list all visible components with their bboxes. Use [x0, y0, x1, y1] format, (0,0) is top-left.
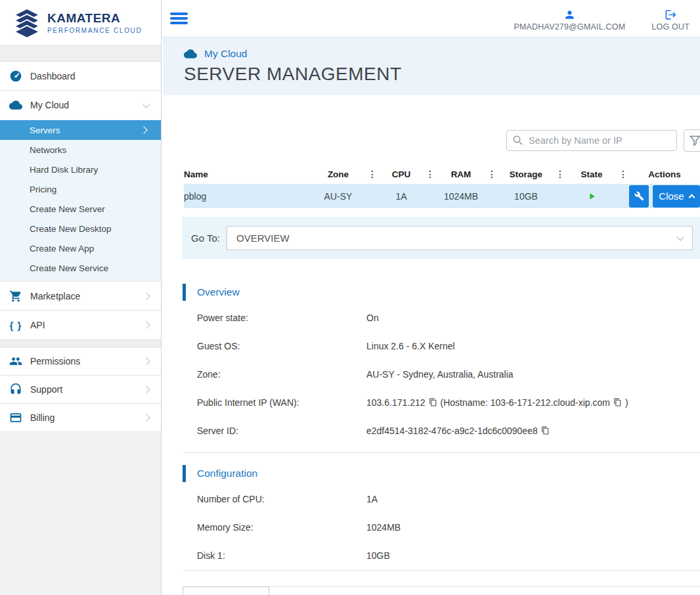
server-cpu: 1A	[377, 191, 426, 202]
menu-hamburger-icon[interactable]	[170, 12, 188, 24]
sidebar-item-billing[interactable]: Billing	[0, 404, 161, 432]
hostname-value: (Hostname: 103-6-171-212.cloud-xip.com	[441, 397, 610, 408]
close-details-button[interactable]: Close	[653, 185, 700, 208]
headset-icon	[8, 383, 24, 396]
goto-label: Go To:	[191, 232, 227, 244]
column-header-ram: RAM	[435, 169, 487, 179]
overview-row: Guest OS: Linux 2.6 - 6.X Kernel	[183, 332, 700, 360]
sidebar-item-label: My Cloud	[30, 100, 144, 110]
zone-value: AU-SY - Sydney, Australia, Australia	[366, 369, 514, 380]
storage-column-menu-icon[interactable]: ⋮	[556, 169, 565, 179]
submenu-item-hard-disk-library[interactable]: Hard Disk Library	[0, 160, 161, 179]
sidebar-item-permissions[interactable]: Permissions	[0, 347, 161, 376]
copy-ip-icon[interactable]	[429, 398, 437, 407]
submenu-item-create-new-desktop[interactable]: Create New Desktop	[0, 219, 161, 238]
chevron-down-icon	[142, 100, 150, 108]
section-divider	[183, 570, 700, 571]
chevron-up-icon	[688, 194, 695, 200]
kamatera-logo[interactable]: KAMATERA PERFORMANCE CLOUD	[0, 0, 161, 46]
sidebar-divider-strip	[0, 46, 161, 62]
chevron-right-icon	[142, 292, 150, 299]
column-header-state: State	[565, 169, 619, 179]
cloud-icon	[184, 47, 197, 60]
breadcrumb[interactable]: My Cloud	[184, 47, 700, 60]
brand-subtitle: PERFORMANCE CLOUD	[47, 27, 142, 34]
public-ip-value: 103.6.171.212	[366, 397, 426, 408]
section-accent-bar	[183, 465, 186, 482]
page-header: My Cloud SERVER MANAGEMENT	[163, 37, 700, 95]
guest-os-value: Linux 2.6 - 6.X Kernel	[366, 341, 455, 351]
dashboard-gauge-icon	[8, 70, 24, 83]
goto-bar: Go To: OVERVIEW	[182, 217, 700, 259]
kamatera-logo-icon	[13, 8, 41, 38]
zone-column-menu-icon[interactable]: ⋮	[368, 169, 377, 179]
overview-section-title: Overview	[197, 286, 240, 298]
column-header-storage: Storage	[496, 169, 556, 179]
column-header-zone: Zone	[309, 169, 368, 179]
shopping-cart-icon	[8, 290, 24, 303]
configuration-row: Disk 1: 10GB	[183, 541, 700, 569]
chevron-right-icon	[142, 357, 150, 364]
sidebar: KAMATERA PERFORMANCE CLOUD Dashboard My …	[0, 0, 162, 595]
chevron-right-icon	[142, 321, 150, 328]
copy-hostname-icon[interactable]	[613, 398, 622, 407]
filter-button[interactable]	[684, 129, 700, 152]
state-column-menu-icon[interactable]: ⋮	[619, 169, 628, 179]
search-icon	[513, 135, 523, 145]
cpu-column-menu-icon[interactable]: ⋮	[426, 169, 435, 179]
user-email: PMADHAV279@GMAIL.COM	[514, 22, 625, 32]
user-account-button[interactable]: PMADHAV279@GMAIL.COM	[514, 5, 625, 32]
submenu-item-create-new-server[interactable]: Create New Server	[0, 199, 161, 219]
brand-title: KAMATERA	[47, 11, 142, 26]
ram-column-menu-icon[interactable]: ⋮	[487, 169, 496, 179]
overview-row: Zone: AU-SY - Sydney, Australia, Austral…	[183, 360, 700, 388]
submenu-item-networks[interactable]: Networks	[0, 140, 161, 160]
column-header-name: Name	[184, 169, 309, 179]
goto-select[interactable]: OVERVIEW	[227, 226, 693, 250]
curly-braces-icon: { }	[8, 320, 24, 331]
submenu-item-create-new-service[interactable]: Create New Service	[0, 258, 161, 278]
server-zone: AU-SY	[309, 191, 368, 202]
sidebar-item-marketplace[interactable]: Marketplace	[0, 282, 161, 311]
sidebar-item-label: Marketplace	[30, 291, 144, 301]
manage-server-button[interactable]	[629, 185, 649, 208]
sidebar-item-support[interactable]: Support	[0, 376, 161, 404]
memory-size-value: 1024MB	[366, 522, 401, 533]
configuration-section: Configuration Number of CPU: 1A Memory S…	[183, 465, 700, 569]
submenu-item-create-new-app[interactable]: Create New App	[0, 238, 161, 258]
server-table-row[interactable]: pblog AU-SY 1A 1024MB 10GB	[184, 184, 700, 208]
search-input[interactable]	[506, 130, 677, 151]
sidebar-item-label: API	[30, 320, 144, 330]
user-icon	[563, 9, 576, 21]
overview-row: Public Internet IP (WAN): 103.6.171.212 …	[183, 388, 700, 416]
column-header-actions: Actions	[629, 169, 700, 179]
section-divider	[183, 452, 700, 453]
column-header-cpu: CPU	[377, 169, 426, 179]
filter-funnel-icon	[689, 135, 700, 146]
sidebar-item-dashboard[interactable]: Dashboard	[0, 62, 161, 91]
sidebar-item-label: Support	[30, 384, 144, 395]
chevron-right-icon	[142, 414, 150, 421]
wrench-icon	[634, 191, 644, 201]
disk-1-value: 10GB	[366, 550, 390, 561]
server-name: pblog	[184, 191, 309, 202]
sidebar-item-my-cloud[interactable]: My Cloud	[0, 91, 161, 120]
section-accent-bar	[183, 284, 186, 301]
breadcrumb-label[interactable]: My Cloud	[204, 48, 247, 60]
chevron-right-icon	[140, 126, 147, 133]
sidebar-item-api[interactable]: { } API	[0, 311, 161, 340]
logout-button[interactable]: LOG OUT	[651, 5, 689, 32]
overview-row: Power state: On	[183, 303, 700, 332]
cpu-count-value: 1A	[366, 494, 378, 504]
chevron-right-icon	[142, 386, 150, 393]
copy-server-id-icon[interactable]	[541, 426, 550, 435]
server-ram: 1024MB	[435, 191, 487, 202]
main-content: Name Zone ⋮ CPU ⋮ RAM ⋮ Storage ⋮ State …	[162, 95, 700, 595]
submenu-item-servers[interactable]: Servers	[0, 120, 161, 140]
server-table-header: Name Zone ⋮ CPU ⋮ RAM ⋮ Storage ⋮ State …	[184, 164, 700, 184]
my-cloud-submenu: Servers Networks Hard Disk Library Prici…	[0, 120, 161, 282]
configuration-section-title: Configuration	[197, 468, 257, 479]
submenu-item-pricing[interactable]: Pricing	[0, 179, 161, 199]
sidebar-item-label: Billing	[30, 412, 144, 423]
page-title: SERVER MANAGEMENT	[184, 64, 700, 85]
